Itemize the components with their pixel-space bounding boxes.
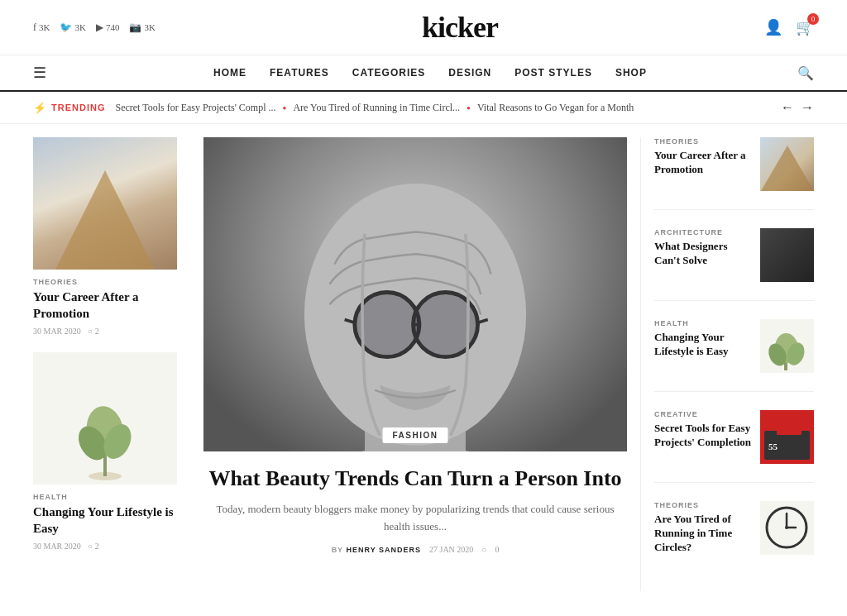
main-content: THEORIES Your Career After a Promotion 3… bbox=[0, 137, 847, 591]
nav-features[interactable]: FEATURES bbox=[270, 67, 329, 79]
twitter-count: 3K bbox=[74, 22, 85, 32]
right-article-4: CREATIVE Secret Tools for Easy Projects'… bbox=[654, 410, 814, 483]
center-image-svg bbox=[203, 137, 627, 451]
left-article-1-image[interactable] bbox=[33, 137, 177, 270]
svg-rect-21 bbox=[777, 427, 802, 435]
trending-next-button[interactable]: → bbox=[801, 100, 814, 115]
right-article-4-text: CREATIVE Secret Tools for Easy Projects'… bbox=[654, 410, 752, 450]
cart-icon[interactable]: 🛒 0 bbox=[796, 18, 814, 36]
left-article-1: THEORIES Your Career After a Promotion 3… bbox=[33, 137, 177, 336]
center-article-meta: BY HENRY SANDERS 27 JAN 2020 ○ 0 bbox=[203, 545, 627, 554]
center-article-comment-icon: ○ bbox=[481, 545, 486, 554]
trending-dot-1: ● bbox=[283, 104, 287, 112]
center-main-image[interactable]: FASHION bbox=[203, 137, 627, 451]
instagram-count: 3K bbox=[144, 22, 155, 32]
right-article-3-image[interactable] bbox=[760, 319, 814, 373]
right-article-3-text: HEALTH Changing Your Lifestyle is Easy bbox=[654, 319, 752, 359]
right-article-5-category: THEORIES bbox=[654, 501, 752, 509]
site-logo[interactable]: kicker bbox=[422, 10, 498, 45]
right-article-5: THEORIES Are You Tired of Running in Tim… bbox=[654, 501, 814, 573]
youtube-count: 740 bbox=[106, 22, 120, 32]
center-article-title[interactable]: What Beauty Trends Can Turn a Person Int… bbox=[203, 465, 627, 493]
right-article-3-title[interactable]: Changing Your Lifestyle is Easy bbox=[654, 331, 752, 359]
center-article-author-name: HENRY SANDERS bbox=[346, 546, 421, 554]
cart-badge: 0 bbox=[807, 13, 819, 25]
nav-links: HOME FEATURES CATEGORIES DESIGN POST STY… bbox=[63, 67, 797, 79]
right-article-2-title[interactable]: What Designers Can't Solve bbox=[654, 240, 752, 268]
user-icon[interactable]: 👤 bbox=[764, 18, 782, 36]
right-article-4-category: CREATIVE bbox=[654, 410, 752, 418]
left-article-2-comments: ○ 2 bbox=[88, 542, 99, 551]
right-article-5-image[interactable] bbox=[760, 501, 814, 555]
right-article-3: HEALTH Changing Your Lifestyle is Easy bbox=[654, 319, 814, 392]
youtube-link[interactable]: ▶ 740 bbox=[96, 21, 120, 34]
center-article-description: Today, modern beauty bloggers make money… bbox=[203, 501, 627, 536]
twitter-link[interactable]: 🐦 3K bbox=[60, 21, 85, 34]
right-article-5-text: THEORIES Are You Tired of Running in Tim… bbox=[654, 501, 752, 555]
left-article-2-date: 30 MAR 2020 bbox=[33, 542, 81, 551]
center-article-author-label: BY HENRY SANDERS bbox=[332, 546, 421, 554]
right-article-2-image[interactable] bbox=[760, 228, 814, 282]
svg-text:55: 55 bbox=[768, 442, 778, 451]
header: f 3K 🐦 3K ▶ 740 📷 3K kicker 👤 🛒 0 bbox=[0, 0, 847, 55]
trending-bar: ⚡ TRENDING Secret Tools for Easy Project… bbox=[0, 92, 847, 124]
center-article-comments: 0 bbox=[495, 545, 499, 554]
center-category-tag: FASHION bbox=[383, 427, 448, 443]
facebook-count: 3K bbox=[39, 22, 50, 32]
right-article-2: ARCHITECTURE What Designers Can't Solve bbox=[654, 228, 814, 301]
comment-icon: ○ bbox=[88, 327, 93, 336]
right-article-1: THEORIES Your Career After a Promotion bbox=[654, 137, 814, 210]
right-article-2-text: ARCHITECTURE What Designers Can't Solve bbox=[654, 228, 752, 268]
trending-nav: ← → bbox=[781, 100, 814, 115]
trending-item-1[interactable]: Secret Tools for Easy Projects' Compl ..… bbox=[115, 102, 275, 114]
nav-categories[interactable]: CATEGORIES bbox=[352, 67, 425, 79]
right-article-5-title[interactable]: Are You Tired of Running in Time Circles… bbox=[654, 513, 752, 555]
right-article-1-category: THEORIES bbox=[654, 137, 752, 146]
right-article-1-text: THEORIES Your Career After a Promotion bbox=[654, 137, 752, 177]
left-article-2-title[interactable]: Changing Your Lifestyle is Easy bbox=[33, 504, 177, 537]
right-article-1-image[interactable] bbox=[760, 137, 814, 191]
right-article-2-category: ARCHITECTURE bbox=[654, 228, 752, 236]
main-nav: ☰ HOME FEATURES CATEGORIES DESIGN POST S… bbox=[0, 55, 847, 92]
right-article-4-title[interactable]: Secret Tools for Easy Projects' Completi… bbox=[654, 422, 752, 450]
facebook-icon: f bbox=[33, 21, 36, 34]
plant-icon bbox=[72, 385, 138, 485]
nav-post-styles[interactable]: POST STYLES bbox=[514, 67, 592, 79]
trending-prev-button[interactable]: ← bbox=[781, 100, 794, 115]
instagram-icon: 📷 bbox=[129, 21, 141, 34]
youtube-icon: ▶ bbox=[96, 21, 103, 34]
instagram-link[interactable]: 📷 3K bbox=[129, 21, 155, 34]
search-icon[interactable]: 🔍 bbox=[797, 65, 814, 81]
trending-item-2[interactable]: Are You Tired of Running in Time Circl..… bbox=[293, 102, 460, 114]
facebook-link[interactable]: f 3K bbox=[33, 21, 50, 34]
trending-text: TRENDING bbox=[51, 103, 105, 112]
right-column: THEORIES Your Career After a Promotion A… bbox=[640, 137, 814, 591]
comment-icon-2: ○ bbox=[88, 542, 93, 551]
left-article-1-title[interactable]: Your Career After a Promotion bbox=[33, 289, 177, 322]
trending-bolt-icon: ⚡ bbox=[33, 102, 47, 114]
hamburger-menu[interactable]: ☰ bbox=[33, 64, 46, 82]
right-article-3-category: HEALTH bbox=[654, 319, 752, 327]
left-article-1-date: 30 MAR 2020 bbox=[33, 327, 81, 336]
nav-shop[interactable]: SHOP bbox=[615, 67, 647, 79]
right-article-4-image[interactable]: 55 bbox=[760, 410, 814, 464]
nav-home[interactable]: HOME bbox=[213, 67, 246, 79]
nav-design[interactable]: DESIGN bbox=[448, 67, 491, 79]
tools-icon: 55 bbox=[760, 410, 814, 464]
header-actions: 👤 🛒 0 bbox=[764, 18, 814, 36]
trending-items: Secret Tools for Easy Projects' Compl ..… bbox=[115, 102, 771, 114]
social-links: f 3K 🐦 3K ▶ 740 📷 3K bbox=[33, 21, 156, 34]
left-column: THEORIES Your Career After a Promotion 3… bbox=[33, 137, 190, 591]
left-article-2-image[interactable] bbox=[33, 352, 177, 485]
trending-item-3[interactable]: Vital Reasons to Go Vegan for a Month bbox=[477, 102, 634, 114]
twitter-icon: 🐦 bbox=[60, 21, 72, 34]
left-article-1-meta: 30 MAR 2020 ○ 2 bbox=[33, 327, 177, 336]
left-article-2: HEALTH Changing Your Lifestyle is Easy 3… bbox=[33, 352, 177, 551]
trending-dot-2: ● bbox=[467, 104, 471, 112]
left-article-2-category: HEALTH bbox=[33, 493, 177, 501]
left-article-1-comments: ○ 2 bbox=[88, 327, 99, 336]
plant-small-icon bbox=[764, 323, 810, 373]
center-article-date: 27 JAN 2020 bbox=[429, 545, 473, 554]
svg-point-26 bbox=[785, 526, 788, 529]
right-article-1-title[interactable]: Your Career After a Promotion bbox=[654, 149, 752, 177]
